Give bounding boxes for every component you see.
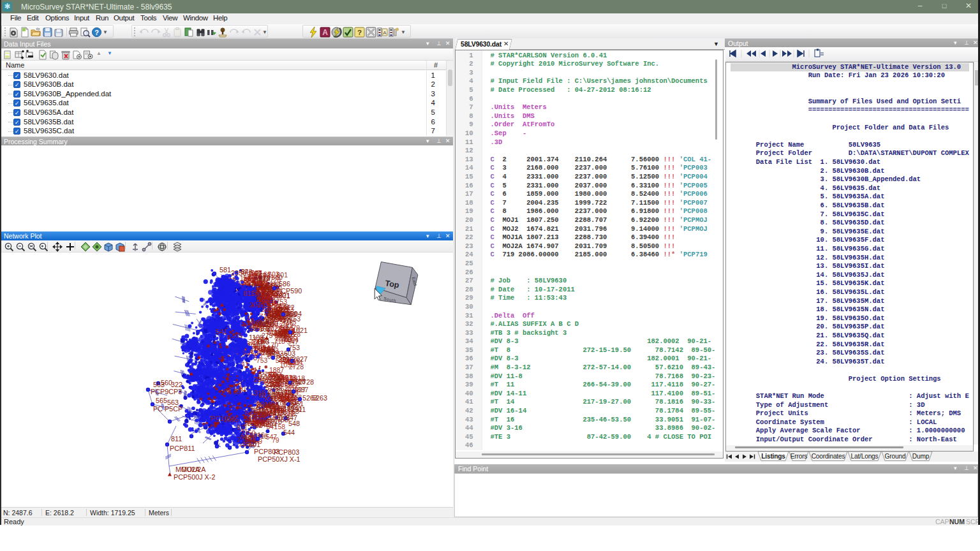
svg-text:158: 158: [252, 319, 264, 327]
svg-text:2040: 2040: [249, 301, 265, 309]
svg-text:Errors: Errors: [791, 453, 808, 460]
svg-text:1108: 1108: [249, 334, 264, 341]
svg-text:811: 811: [171, 435, 182, 443]
svg-text:1055: 1055: [223, 416, 239, 423]
svg-text:2911: 2911: [291, 406, 306, 413]
svg-text:59: 59: [234, 388, 241, 395]
svg-text:Ground: Ground: [885, 453, 906, 460]
svg-text:MOU2A: MOU2A: [181, 466, 206, 473]
svg-text:2016: 2016: [256, 400, 272, 408]
svg-text:B7: B7: [258, 372, 266, 380]
svg-text:581: 581: [219, 266, 231, 274]
svg-text:322: 322: [171, 381, 182, 388]
svg-text:PC P5CP: PC P5CP: [153, 405, 182, 413]
svg-text:580: 580: [244, 277, 256, 284]
svg-text:541: 541: [216, 328, 227, 335]
svg-text:2758: 2758: [273, 416, 288, 423]
svg-text:PCP811: PCP811: [170, 444, 195, 452]
svg-text:1021: 1021: [292, 327, 308, 334]
svg-text:5263: 5263: [312, 394, 327, 402]
svg-text:2350: 2350: [274, 392, 289, 400]
svg-text:A: A: [383, 30, 387, 36]
svg-text:603: 603: [284, 349, 295, 357]
svg-text:2040: 2040: [258, 416, 274, 424]
svg-text:PCP9CP3: PCP9CP3: [151, 388, 182, 395]
svg-text:753: 753: [264, 348, 276, 356]
svg-text:560: 560: [264, 316, 275, 324]
svg-text:2350: 2350: [231, 269, 246, 277]
svg-text:801: 801: [277, 271, 288, 279]
svg-text:?: ?: [94, 29, 99, 36]
svg-text:548: 548: [288, 420, 300, 427]
svg-text:Listings: Listings: [761, 453, 785, 460]
svg-text:?: ?: [357, 29, 362, 36]
svg-text:548: 548: [270, 376, 281, 383]
svg-text:Lat/Longs: Lat/Longs: [851, 453, 879, 460]
svg-text:PCP590: PCP590: [276, 287, 302, 295]
svg-text:544: 544: [283, 429, 295, 436]
svg-text:PCP50XJ X-1: PCP50XJ X-1: [258, 455, 301, 463]
svg-text:275: 275: [231, 332, 242, 339]
svg-text:Coordinates: Coordinates: [812, 453, 845, 460]
svg-text:1021: 1021: [248, 270, 263, 277]
svg-text:565: 565: [156, 397, 167, 404]
svg-text:1887: 1887: [293, 386, 309, 393]
svg-text:PCP500J X-2: PCP500J X-2: [174, 473, 215, 481]
svg-text:318: 318: [254, 389, 265, 397]
svg-text:753: 753: [281, 335, 292, 343]
svg-text:2728: 2728: [299, 378, 314, 386]
svg-text:811: 811: [243, 290, 254, 297]
svg-text:70: 70: [263, 274, 271, 282]
svg-text:Dump: Dump: [912, 453, 930, 460]
svg-text:5163: 5163: [265, 384, 281, 392]
svg-text:A: A: [322, 28, 328, 37]
